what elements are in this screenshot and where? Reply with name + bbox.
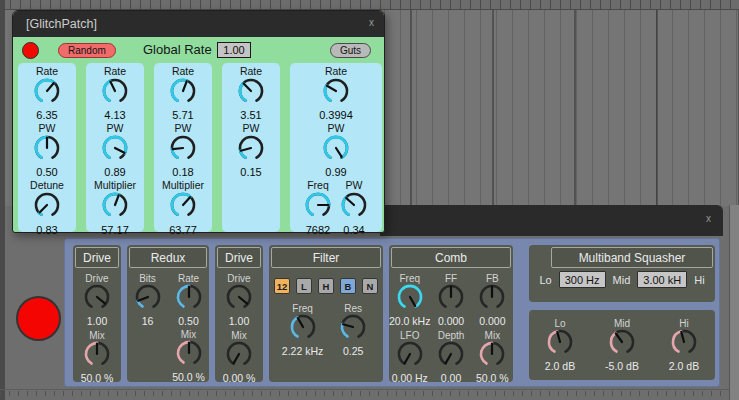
filter-mode-button-l[interactable]: L bbox=[296, 278, 312, 294]
drive-knob[interactable] bbox=[80, 284, 114, 316]
mix-knob-label: Mix bbox=[231, 330, 247, 341]
multiplier-knob-group: Multiplier63.77 bbox=[162, 180, 204, 235]
device-drive-2: DriveDrive1.00Mix0.00 % bbox=[215, 245, 263, 382]
led-toggle[interactable] bbox=[22, 42, 39, 59]
drive-knob-group: Drive1.00 bbox=[222, 273, 256, 327]
background-plugin-titlebar[interactable]: x bbox=[380, 205, 723, 236]
global-rate-label: Global Rate bbox=[143, 42, 212, 57]
lo-knob-group: Lo2.0 dB bbox=[543, 318, 577, 372]
mid-freq-numbox[interactable]: 3.00 kH bbox=[637, 271, 687, 288]
hi-knob-group: Hi2.0 dB bbox=[667, 318, 701, 372]
global-rate-numbox[interactable]: 1.00 bbox=[217, 42, 251, 58]
rate-knob[interactable] bbox=[172, 284, 206, 316]
pw-knob[interactable] bbox=[234, 135, 268, 167]
mix-knob[interactable] bbox=[475, 341, 509, 373]
hi-knob[interactable] bbox=[667, 329, 701, 361]
filter-mode-button-b[interactable]: B bbox=[340, 278, 356, 294]
glitch-column-4: Rate3.51PW0.15 bbox=[222, 63, 280, 232]
fb-knob[interactable] bbox=[475, 284, 509, 316]
rate-knob-value: 4.13 bbox=[104, 109, 125, 121]
glitch-column-3: Rate5.71PW0.18Multiplier63.77 bbox=[154, 63, 212, 232]
res-knob[interactable] bbox=[336, 314, 370, 346]
comb-grid: Freq20.0 kHzFF0.000FB0.000LFO0.00 HzDept… bbox=[389, 273, 513, 384]
bits-knob[interactable] bbox=[131, 284, 165, 316]
rate-knob[interactable] bbox=[166, 78, 200, 110]
device-title[interactable]: Multiband Squasher bbox=[551, 247, 713, 268]
rate-knob-label: Rate bbox=[240, 66, 262, 78]
multiplier-knob-label: Multiplier bbox=[162, 180, 204, 192]
rate-knob[interactable] bbox=[234, 78, 268, 110]
glitchpatch-header: Random Global Rate 1.00 Guts bbox=[13, 37, 384, 63]
rate-knob-value: 3.51 bbox=[240, 109, 261, 121]
glitchpatch-titlebar[interactable]: [GlitchPatch] x bbox=[13, 11, 384, 37]
close-icon[interactable]: x bbox=[706, 213, 711, 224]
pw-knob[interactable] bbox=[98, 135, 132, 167]
close-icon[interactable]: x bbox=[369, 17, 374, 28]
random-button[interactable]: Random bbox=[58, 43, 116, 58]
multiplier-knob-label: Multiplier bbox=[94, 180, 136, 192]
mid-knob[interactable] bbox=[605, 329, 639, 361]
filter-mode-button-h[interactable]: H bbox=[318, 278, 334, 294]
pw-knob-value: 0.99 bbox=[325, 166, 346, 178]
lo-knob[interactable] bbox=[543, 329, 577, 361]
mix-knob-label: Mix bbox=[181, 329, 197, 340]
device-title[interactable]: Comb bbox=[391, 247, 511, 268]
device-title[interactable]: Drive bbox=[75, 247, 119, 268]
rate-knob-group: Rate0.3994 bbox=[319, 66, 353, 121]
lfo-knob[interactable] bbox=[393, 341, 427, 373]
filter-mode-button-n[interactable]: N bbox=[362, 278, 378, 294]
ff-knob-label: FF bbox=[445, 273, 457, 284]
lo-freq-numbox[interactable]: 300 Hz bbox=[559, 271, 606, 288]
multiplier-knob[interactable] bbox=[166, 192, 200, 224]
filter-buttons-row: 12LHBN bbox=[269, 278, 383, 294]
freq-knob[interactable] bbox=[393, 284, 427, 316]
pw-knob-group: PW0.89 bbox=[98, 123, 132, 178]
filter-mode-button-12[interactable]: 12 bbox=[274, 278, 290, 294]
rate-knob[interactable] bbox=[30, 78, 64, 110]
pw-knob-group: PW0.99 bbox=[319, 123, 353, 178]
mix-knob[interactable] bbox=[222, 341, 256, 373]
detune-knob[interactable] bbox=[30, 192, 64, 224]
pw-knob[interactable] bbox=[166, 135, 200, 167]
rate-knob-label: Rate bbox=[325, 66, 347, 78]
device-redux-1: ReduxBits16Rate0.50Mix50.0 % bbox=[127, 245, 209, 382]
freq-knob-value: 2.22 kHz bbox=[282, 346, 323, 358]
mix-knob[interactable] bbox=[172, 340, 206, 372]
pw-knob-group: PW0.34 bbox=[337, 180, 371, 235]
device-title[interactable]: Redux bbox=[129, 247, 207, 268]
device-filter-3: Filter12LHBNFreq2.22 kHzRes0.25 bbox=[269, 245, 383, 382]
pw-knob-label: PW bbox=[39, 123, 56, 135]
ff-knob[interactable] bbox=[434, 284, 468, 316]
pw-knob[interactable] bbox=[319, 135, 353, 167]
big-red-bang-button[interactable] bbox=[16, 296, 61, 341]
guts-button[interactable]: Guts bbox=[330, 43, 371, 58]
pw-knob-label: PW bbox=[107, 123, 124, 135]
screen: x DriveDrive1.00Mix50.0 %ReduxBits16Rate… bbox=[0, 0, 739, 400]
rate-knob-group: Rate4.13 bbox=[98, 66, 132, 121]
rate-knob[interactable] bbox=[98, 78, 132, 110]
multiplier-knob[interactable] bbox=[98, 192, 132, 224]
mix-knob-group: Mix0.00 % bbox=[222, 330, 256, 384]
drive-knob-value: 1.00 bbox=[229, 316, 249, 328]
drive-knob[interactable] bbox=[222, 284, 256, 316]
rate-knob-label: Rate bbox=[178, 273, 199, 284]
drive-stack: Drive1.00Mix0.00 % bbox=[215, 273, 263, 384]
multiplier-knob-group: Multiplier57.17 bbox=[94, 180, 136, 235]
glitchpatch-window: [GlitchPatch] x Random Global Rate 1.00 … bbox=[12, 10, 385, 233]
pw-knob[interactable] bbox=[337, 192, 371, 224]
hi-knob-value: 2.0 dB bbox=[669, 361, 699, 373]
lo-knob-value: 2.0 dB bbox=[545, 361, 575, 373]
pw-knob-label: PW bbox=[175, 123, 192, 135]
rate-knob[interactable] bbox=[319, 78, 353, 110]
depth-knob-value: 0.00 bbox=[441, 373, 461, 385]
freq-knob[interactable] bbox=[286, 314, 320, 346]
mix-knob-value: 50.0 % bbox=[476, 373, 509, 385]
pw-knob[interactable] bbox=[30, 135, 64, 167]
mix-knob-value: 0.00 % bbox=[223, 373, 256, 385]
device-title[interactable]: Drive bbox=[217, 247, 261, 268]
device-title[interactable]: Filter bbox=[271, 247, 381, 268]
depth-knob[interactable] bbox=[434, 341, 468, 373]
vertical-scrollbar[interactable] bbox=[729, 205, 739, 400]
freq-knob[interactable] bbox=[301, 192, 335, 224]
mix-knob[interactable] bbox=[80, 341, 114, 373]
